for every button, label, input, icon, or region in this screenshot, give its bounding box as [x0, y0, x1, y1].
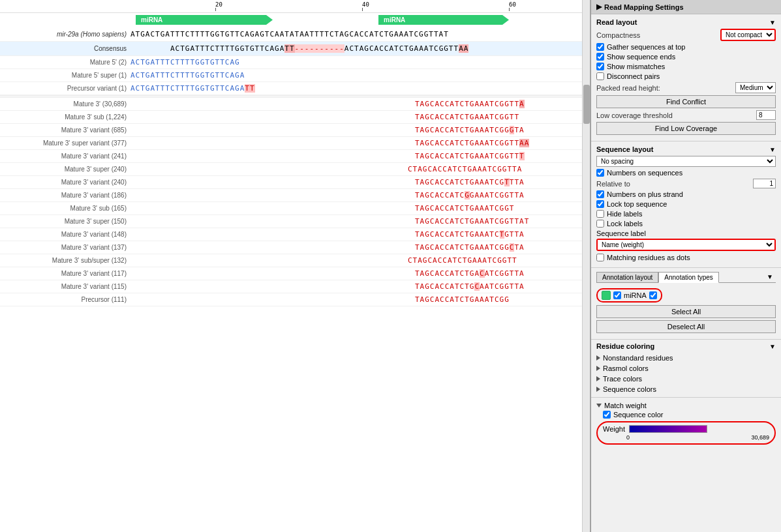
nonstandard-expand-icon [596, 355, 600, 361]
show-mismatches-checkbox[interactable] [596, 63, 604, 70]
mirna-annotation-item: miRNA [596, 286, 776, 305]
read-row-15: Mature 3' sub/super (132) CTAGCACCATCTGA… [0, 254, 590, 267]
consensus-row: Consensus ACTGATTTCTTTTGGTGTTCAGATT-----… [0, 42, 590, 56]
weight-color-gradient [629, 425, 707, 433]
sequence-colors-item[interactable]: Sequence colors [596, 384, 776, 394]
disconnect-pairs-checkbox[interactable] [596, 72, 604, 80]
numbers-on-sequences-checkbox[interactable] [596, 169, 604, 177]
mirna-checkbox-2[interactable] [649, 291, 657, 299]
hide-labels-row: Hide labels [596, 210, 776, 218]
trace-expand-icon [596, 376, 600, 381]
match-weight-section: Match weight Sequence color Weight 0 30,… [591, 398, 781, 447]
annotation-layout-tab[interactable]: Annotation layout [596, 272, 658, 283]
annotation-tabs: Annotation layout Annotation types ▼ [596, 272, 776, 283]
rasmol-expand-icon [596, 366, 600, 371]
read-row-4: Mature 3' sub (1,224) TAGCACCATCTGAAATCG… [0, 111, 590, 124]
mirna-annotation-1: miRNA [136, 15, 273, 25]
mirna-checkbox[interactable] [613, 291, 621, 299]
ruler-tick-60: 60 [509, 1, 516, 8]
gather-sequences-checkbox[interactable] [596, 43, 604, 51]
read-row-18: Precursor (111) TAGCACCATCTGAAATCGG [0, 293, 590, 306]
lock-labels-checkbox[interactable] [596, 220, 604, 228]
read-row-9: Mature 3' variant (240) TAGCACCATCTGAAAT… [0, 176, 590, 189]
read-row-1: Mature 5' super (1) ACTGATTTCTTTTGGTGTTC… [0, 69, 590, 82]
relative-to-input[interactable] [753, 179, 776, 188]
read-row-2: Precursor variant (1) ACTGATTTCTTTTGGTGT… [0, 82, 590, 95]
rasmol-colors-item[interactable]: Rasmol colors [596, 363, 776, 374]
match-weight-expand-icon [596, 404, 602, 407]
sequence-colors-expand-icon [596, 387, 600, 392]
sequence-viewer: 20 40 60 miRNA miRNA mir-29a (Homo sapie… [0, 0, 590, 532]
find-conflict-button[interactable]: Find Conflict [596, 95, 776, 108]
gather-sequences-row: Gather sequences at top [596, 43, 776, 51]
sequence-color-checkbox[interactable] [603, 411, 611, 419]
read-layout-collapse-btn[interactable]: ▼ [769, 19, 776, 26]
panel-title: Read Mapping Settings [604, 3, 684, 11]
nonstandard-residues-item[interactable]: Nonstandard residues [596, 353, 776, 363]
packed-read-height-row: Packed read height: Medium Small Large [596, 82, 776, 93]
ruler-tick-40: 40 [362, 1, 369, 8]
read-row-14: Mature 3' variant (137) TAGCACCATCTGAAAT… [0, 241, 590, 254]
annotation-collapse-icon[interactable]: ▼ [764, 272, 776, 283]
reference-label: mir-29a (Homo sapiens) [0, 31, 130, 38]
read-row-5: Mature 3' variant (685) TAGCACCATCTGAAAT… [0, 124, 590, 137]
show-sequence-ends-checkbox[interactable] [596, 53, 604, 61]
spacing-select[interactable]: No spacing Small spacing Medium spacing [596, 156, 776, 167]
numbers-plus-strand-row: Numbers on plus strand [596, 190, 776, 198]
numbers-on-sequences-row: Numbers on sequences [596, 169, 776, 177]
weight-range-labels: 0 30,689 [603, 434, 769, 441]
mirna-item: miRNA [596, 288, 662, 303]
sequence-label-group: Sequence label Name (weight) Name Weight… [596, 229, 776, 251]
settings-panel: ▶ Read Mapping Settings Read layout ▼ Co… [590, 0, 781, 532]
sequence-layout-title[interactable]: Sequence layout ▼ [596, 145, 776, 153]
read-layout-title: Read layout ▼ [596, 18, 776, 26]
read-row-17: Mature 3' variant (115) TAGCACCATCTGCAAT… [0, 280, 590, 293]
disconnect-pairs-row: Disconnect pairs [596, 72, 776, 80]
matching-residues-row: Matching residues as dots [596, 254, 776, 261]
weight-gradient-row: Weight [603, 425, 769, 433]
sequence-label-title: Sequence label [596, 229, 776, 237]
compactness-select[interactable]: Not compact Compact Packed [720, 29, 776, 41]
low-coverage-threshold-input[interactable] [756, 110, 776, 120]
sequence-scroll-area[interactable]: 20 40 60 miRNA miRNA mir-29a (Homo sapie… [0, 0, 590, 532]
scrollbar-track[interactable] [582, 0, 590, 532]
find-low-coverage-button[interactable]: Find Low Coverage [596, 122, 776, 135]
annotation-types-tab[interactable]: Annotation types [658, 272, 719, 283]
select-all-button[interactable]: Select All [596, 305, 776, 318]
low-coverage-threshold-row: Low coverage threshold [596, 110, 776, 120]
spacing-row: No spacing Small spacing Medium spacing [596, 156, 776, 167]
consensus-label: Consensus [0, 45, 130, 52]
mirna-annotation-2: miRNA [378, 15, 509, 25]
lock-labels-row: Lock labels [596, 220, 776, 228]
scrollbar-thumb[interactable] [583, 85, 590, 124]
relative-to-row: Relative to [596, 179, 776, 188]
residue-coloring-section: Residue coloring ▼ Nonstandard residues … [591, 340, 781, 398]
show-sequence-ends-row: Show sequence ends [596, 53, 776, 61]
svg-rect-0 [603, 292, 609, 299]
match-weight-header[interactable]: Match weight [596, 400, 776, 411]
show-mismatches-row: Show mismatches [596, 63, 776, 70]
read-row-11: Mature 3' sub (165) TAGCACCATCTGAAATCGGT [0, 202, 590, 215]
read-row-10: Mature 3' variant (186) TAGCACCATCGGAAAT… [0, 189, 590, 202]
weight-gradient-wrapper: Weight 0 30,689 [596, 421, 776, 445]
sequence-label-select[interactable]: Name (weight) Name Weight None [598, 240, 774, 250]
read-row-6: Mature 3' super variant (377) TAGCACCATC… [0, 137, 590, 150]
residue-collapse-icon[interactable]: ▼ [769, 343, 776, 350]
trace-colors-item[interactable]: Trace colors [596, 374, 776, 384]
read-layout-section: Read layout ▼ Compactness Not compact Co… [591, 14, 781, 141]
read-row-3: Mature 3' (30,689) TAGCACCATCTGAAATCGGTT… [0, 98, 590, 111]
residue-coloring-title: Residue coloring ▼ [596, 342, 776, 350]
hide-labels-checkbox[interactable] [596, 210, 604, 218]
mirna-color-box [602, 291, 611, 300]
matching-residues-checkbox[interactable] [596, 254, 604, 261]
sequence-layout-collapse-icon: ▼ [769, 146, 776, 153]
lock-top-sequence-checkbox[interactable] [596, 200, 604, 208]
lock-top-sequence-row: Lock top sequence [596, 200, 776, 208]
read-row-12: Mature 3' super (150) TAGCACCATCTGAAATCG… [0, 215, 590, 228]
panel-header: ▶ Read Mapping Settings [591, 0, 781, 14]
compactness-row: Compactness Not compact Compact Packed [596, 29, 776, 41]
numbers-plus-strand-checkbox[interactable] [596, 190, 604, 198]
panel-expand-icon[interactable]: ▶ [596, 3, 602, 11]
deselect-all-button[interactable]: Deselect All [596, 320, 776, 333]
packed-read-height-select[interactable]: Medium Small Large [735, 82, 776, 93]
